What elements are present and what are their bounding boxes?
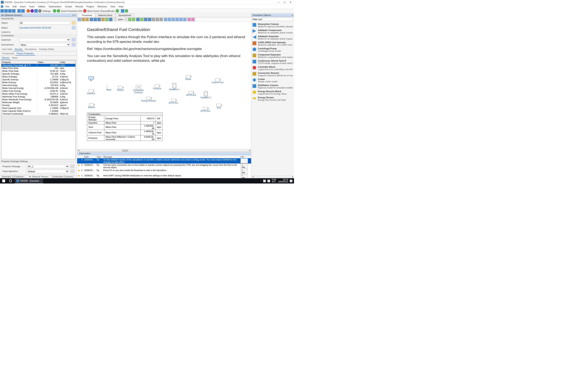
- menu-tools[interactable]: Tools: [27, 5, 36, 8]
- fs-align6-icon[interactable]: [183, 18, 187, 21]
- fs-t2-icon[interactable]: [140, 18, 144, 21]
- info-row[interactable]: ◆310/08/20...TipUse the quick connection…: [77, 164, 251, 169]
- stream-estr-015[interactable]: ESTR-015: [200, 107, 211, 112]
- canvas-hscroll[interactable]: ◀▶: [77, 149, 251, 152]
- menu-optimization[interactable]: Optimization: [47, 5, 63, 8]
- bottom-tab-0[interactable]: Separator 2 (Compoun...: [0, 175, 27, 178]
- toolbar-undo-icon[interactable]: [17, 9, 21, 13]
- menu-utilities[interactable]: Utilities: [36, 5, 47, 8]
- fs-t1-icon[interactable]: [136, 18, 140, 21]
- fs-align2-icon[interactable]: [168, 18, 171, 21]
- maximize-button[interactable]: ▢: [284, 1, 286, 4]
- tab-compounds[interactable]: Compounds: [1, 52, 15, 55]
- object-list-item[interactable]: Controller BlockLogical block for contro…: [252, 65, 293, 71]
- tray-chevron-up-icon[interactable]: ˄: [260, 180, 261, 182]
- toolbar-utilities-icon[interactable]: [30, 9, 34, 13]
- fs-copy-icon[interactable]: [81, 18, 85, 21]
- property-row[interactable]: Thermal Conductivity0.068823W/[m.K]: [1, 112, 76, 115]
- object-list-item[interactable]: Adiabatic CompressorModel for an adiabat…: [252, 28, 293, 34]
- toolbar-stop-icon[interactable]: [83, 9, 86, 13]
- toolbar-open-icon[interactable]: [4, 9, 8, 13]
- close-button[interactable]: ✕: [290, 1, 292, 4]
- object-list-item[interactable]: Conversion ReactorSupports reactions def…: [252, 71, 293, 77]
- fs-zoom-out-icon[interactable]: [113, 18, 117, 21]
- unit-separator-2[interactable]: Separator 2: [200, 91, 212, 99]
- toolbar-solve-label[interactable]: Solve Flowsheet (F5): [61, 10, 83, 12]
- fs-chart-icon[interactable]: [109, 18, 112, 21]
- tab-annotations[interactable]: Annotations: [24, 48, 38, 51]
- fs-align4-icon[interactable]: [175, 18, 179, 21]
- fs-table-icon[interactable]: [105, 18, 109, 21]
- tab-flowsheet[interactable]: Flowsheet: [79, 13, 95, 17]
- object-list-item[interactable]: CAPE-OPEN Unit OperaticModel for utiliza…: [252, 41, 293, 47]
- pp-select[interactable]: PP_1: [26, 165, 69, 168]
- object-input[interactable]: [19, 21, 70, 25]
- fs-center-icon[interactable]: [132, 18, 135, 21]
- downstream-locate-button[interactable]: [72, 43, 76, 47]
- tab-material-streams[interactable]: Material Strea: [95, 13, 115, 17]
- menu-windows[interactable]: Windows: [96, 5, 108, 8]
- fs-paste-icon[interactable]: [85, 18, 89, 21]
- pp-config-button[interactable]: [70, 165, 75, 168]
- flowsheet-canvas[interactable]: Gasoline/Ethanol Fuel Combustion This sa…: [77, 22, 251, 149]
- menu-results[interactable]: Results: [74, 5, 85, 8]
- menu-view[interactable]: View: [109, 5, 117, 8]
- fs-p2-icon[interactable]: [191, 18, 195, 21]
- tab-input-data[interactable]: Input Data: [1, 48, 14, 51]
- fs-t3-icon[interactable]: [144, 18, 147, 21]
- menu-insert[interactable]: Insert: [18, 5, 27, 8]
- stream-ethanol[interactable]: Ethanol: [87, 103, 96, 108]
- cortana-button[interactable]: [7, 179, 14, 182]
- menu-scripts[interactable]: Scripts: [63, 5, 73, 8]
- property-row[interactable]: Molar Enthalpy21722kJ/kmol: [1, 75, 76, 78]
- object-list-item[interactable]: Energy Recycle BlockLogical block for En…: [252, 90, 293, 96]
- fs-align5-icon[interactable]: [179, 18, 183, 21]
- upstream-select[interactable]: [19, 38, 70, 42]
- tray-lang2[interactable]: INTL: [272, 181, 276, 183]
- bottom-tab-2[interactable]: Combustion (Cantera): [50, 175, 75, 178]
- fs-grid-icon[interactable]: [90, 18, 93, 21]
- toolbar-play-icon[interactable]: [53, 9, 56, 13]
- property-row[interactable]: Mass Flow Rate150kg/s: [1, 67, 76, 69]
- property-row[interactable]: Molar Internal Energy-8.29228E+06kJ/kmol: [1, 87, 76, 90]
- toolbar-new-icon[interactable]: [0, 9, 4, 13]
- property-row[interactable]: Heat Capacity Ratio (Cp/Cv)1.33498: [1, 109, 76, 112]
- info-row[interactable]: ◆210/08/20...TipPress F5 on any area ins…: [77, 169, 251, 174]
- information-table[interactable]: Date Type Message Info ◆410/08/20...TipT…: [77, 155, 251, 178]
- object-list-item[interactable]: Compound SeparatorModel for a hypothetic…: [252, 53, 293, 59]
- property-row[interactable]: Molar Entropy63.0932kJ/[kmol.K]: [1, 81, 76, 84]
- upstream-locate-button[interactable]: [72, 38, 76, 42]
- object-list-item[interactable]: Adiabatic ExpanderModel for an adiabatic…: [252, 34, 293, 41]
- start-button[interactable]: [0, 178, 7, 184]
- property-row[interactable]: Gibbs Free Energy-1433.97kJ/kg: [1, 90, 76, 92]
- tab-vapor[interactable]: Vapor: [11, 56, 19, 60]
- bottom-tab-1[interactable]: Air (Material Stream): [27, 175, 51, 178]
- toolbar-play2-icon[interactable]: [57, 9, 60, 13]
- toolbar-save-icon[interactable]: [8, 9, 12, 13]
- object-list-item[interactable]: CoolerSimple cooler model: [252, 77, 293, 83]
- fs-p1-icon[interactable]: [187, 18, 191, 21]
- fs-print-icon[interactable]: [152, 18, 155, 21]
- stream-mstr-010[interactable]: MSTR-010: [185, 91, 197, 96]
- tray-volume-icon[interactable]: [268, 180, 270, 182]
- info-row[interactable]: ◆110/08/20...TipHold SHIFT during DWSIM …: [77, 174, 251, 178]
- toolbar-abort-label[interactable]: Abort Solver (Pause/Break): [87, 10, 115, 12]
- stream-mixture[interactable]: Mixture: [116, 86, 125, 91]
- toolbar-misc1-icon[interactable]: [121, 9, 124, 13]
- tab-results[interactable]: Results: [14, 48, 24, 51]
- stream-soot[interactable]: Soot: [215, 104, 223, 109]
- stream-unburnt-fuel[interactable]: Unburnt Fuel: [211, 78, 225, 83]
- toolbar-redo-icon[interactable]: [21, 9, 25, 13]
- stream-gases[interactable]: Gases: [184, 75, 192, 80]
- info-row[interactable]: ◆410/08/20...TipTo view detailed results…: [77, 158, 251, 164]
- property-row[interactable]: Molar Flow Rate5199.15mol/s: [1, 69, 76, 72]
- unit-mixer[interactable]: Mixer: [105, 85, 113, 91]
- status-side-button[interactable]: [72, 26, 76, 30]
- menu-help[interactable]: Help: [117, 5, 125, 8]
- object-list-item[interactable]: Absorption ColumnModel for rigorous simu…: [252, 22, 293, 28]
- menu-file[interactable]: File: [4, 5, 11, 8]
- unit-combustion[interactable]: UOCombustion (Cantera): [130, 85, 147, 94]
- tray-notifications-icon[interactable]: [290, 180, 292, 182]
- stream-products[interactable]: Products: [152, 85, 162, 90]
- fs-zoom-in-icon[interactable]: [124, 18, 128, 21]
